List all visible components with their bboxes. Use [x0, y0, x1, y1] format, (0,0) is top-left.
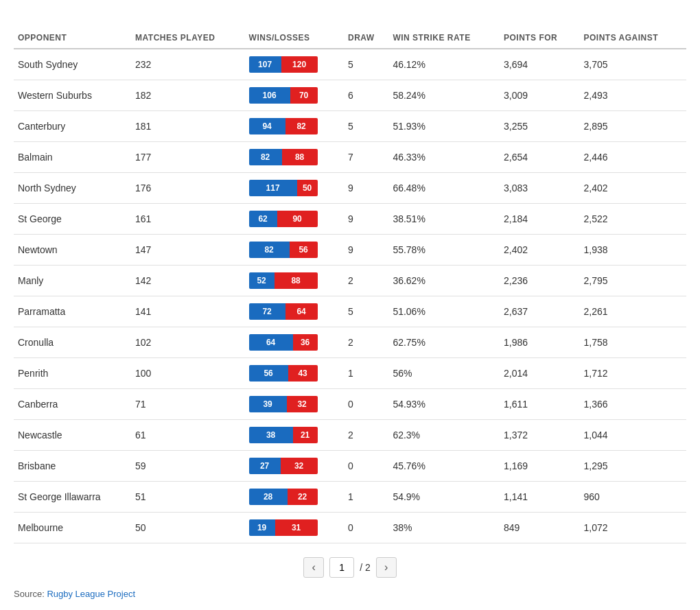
wins-segment: 106 [249, 87, 290, 104]
wins-losses-bar: 72 64 [249, 303, 318, 320]
cell-win-strike-rate: 38% [388, 513, 500, 543]
cell-points-for: 3,694 [500, 49, 580, 80]
cell-points-for: 2,402 [500, 235, 580, 266]
cell-wins-losses: 82 88 [245, 142, 344, 173]
wins-segment: 82 [249, 242, 290, 258]
source-attribution: Source: Rugby League Project [14, 589, 686, 599]
table-row: St George Illawarra 51 28 22 1 54.9% 1,1… [14, 482, 686, 513]
cell-opponent: Canterbury [14, 111, 131, 142]
losses-segment: 32 [281, 458, 318, 474]
cell-win-strike-rate: 56% [388, 358, 500, 389]
cell-matches-played: 232 [131, 49, 245, 80]
cell-points-against: 1,366 [579, 389, 686, 420]
wins-losses-bar: 19 31 [249, 519, 318, 536]
cell-points-against: 2,261 [579, 296, 686, 327]
source-link[interactable]: Rugby League Project [47, 589, 135, 599]
table-row: Canterbury 181 94 82 5 51.93% 3,255 2,89… [14, 111, 686, 142]
wins-segment: 94 [249, 118, 285, 134]
cell-points-for: 2,637 [500, 296, 580, 327]
wins-losses-bar: 82 88 [249, 149, 318, 165]
cell-win-strike-rate: 46.33% [388, 142, 500, 173]
head-to-head-table: OPPONENT Matches Played Wins/Losses Draw… [14, 27, 686, 543]
cell-matches-played: 182 [131, 80, 245, 111]
cell-wins-losses: 94 82 [245, 111, 344, 142]
losses-segment: 64 [285, 303, 318, 320]
cell-draw: 0 [344, 389, 388, 420]
cell-points-against: 3,705 [579, 49, 686, 80]
cell-matches-played: 51 [131, 482, 245, 513]
wins-segment: 64 [249, 334, 293, 351]
cell-points-against: 2,895 [579, 111, 686, 142]
cell-win-strike-rate: 58.24% [388, 80, 500, 111]
cell-matches-played: 141 [131, 296, 245, 327]
cell-points-against: 1,712 [579, 358, 686, 389]
losses-segment: 82 [285, 118, 318, 134]
cell-points-against: 2,522 [579, 204, 686, 235]
next-page-button[interactable]: › [376, 557, 397, 578]
cell-opponent: Parramatta [14, 296, 131, 327]
cell-wins-losses: 72 64 [245, 296, 344, 327]
table-row: Canberra 71 39 32 0 54.93% 1,611 1,366 [14, 389, 686, 420]
page-total: / 2 [360, 562, 371, 573]
cell-points-for: 1,372 [500, 420, 580, 451]
current-page-input[interactable] [329, 557, 354, 578]
cell-draw: 9 [344, 204, 388, 235]
cell-opponent: Cronulla [14, 327, 131, 358]
cell-wins-losses: 38 21 [245, 420, 344, 451]
cell-opponent: St George Illawarra [14, 482, 131, 513]
table-row: Manly 142 52 88 2 36.62% 2,236 2,795 [14, 266, 686, 296]
cell-win-strike-rate: 46.12% [388, 49, 500, 80]
cell-wins-losses: 39 32 [245, 389, 344, 420]
cell-points-against: 2,493 [579, 80, 686, 111]
cell-points-for: 2,184 [500, 204, 580, 235]
cell-draw: 5 [344, 111, 388, 142]
col-points-for: Points For [500, 27, 580, 49]
cell-matches-played: 147 [131, 235, 245, 266]
cell-points-for: 2,236 [500, 266, 580, 296]
cell-points-against: 2,446 [579, 142, 686, 173]
cell-points-for: 849 [500, 513, 580, 543]
prev-page-button[interactable]: ‹ [303, 557, 324, 578]
cell-matches-played: 61 [131, 420, 245, 451]
cell-opponent: Manly [14, 266, 131, 296]
wins-segment: 52 [249, 272, 275, 289]
wins-segment: 28 [249, 489, 288, 505]
cell-wins-losses: 56 43 [245, 358, 344, 389]
wins-losses-bar: 28 22 [249, 489, 318, 505]
pagination: ‹ / 2 › [14, 557, 686, 578]
losses-segment: 88 [282, 149, 318, 165]
wins-losses-bar: 94 82 [249, 118, 318, 134]
cell-matches-played: 177 [131, 142, 245, 173]
table-row: North Sydney 176 117 50 9 66.48% 3,083 2… [14, 173, 686, 204]
wins-losses-bar: 62 90 [249, 211, 318, 227]
cell-points-against: 1,072 [579, 513, 686, 543]
wins-segment: 62 [249, 211, 277, 227]
cell-draw: 6 [344, 80, 388, 111]
cell-points-against: 1,044 [579, 420, 686, 451]
cell-draw: 0 [344, 451, 388, 482]
cell-wins-losses: 64 36 [245, 327, 344, 358]
cell-draw: 7 [344, 142, 388, 173]
cell-wins-losses: 107 120 [245, 49, 344, 80]
losses-segment: 31 [275, 519, 318, 536]
wins-losses-bar: 82 56 [249, 242, 318, 258]
wins-losses-bar: 56 43 [249, 365, 318, 382]
losses-segment: 21 [293, 427, 318, 443]
cell-draw: 0 [344, 513, 388, 543]
cell-win-strike-rate: 66.48% [388, 173, 500, 204]
cell-points-for: 2,654 [500, 142, 580, 173]
cell-wins-losses: 27 32 [245, 451, 344, 482]
table-header-row: OPPONENT Matches Played Wins/Losses Draw… [14, 27, 686, 49]
cell-opponent: Penrith [14, 358, 131, 389]
table-row: Parramatta 141 72 64 5 51.06% 2,637 2,26… [14, 296, 686, 327]
table-row: Cronulla 102 64 36 2 62.75% 1,986 1,758 [14, 327, 686, 358]
cell-points-for: 1,169 [500, 451, 580, 482]
wins-segment: 38 [249, 427, 293, 443]
cell-draw: 9 [344, 235, 388, 266]
cell-draw: 1 [344, 358, 388, 389]
cell-points-for: 1,611 [500, 389, 580, 420]
cell-win-strike-rate: 51.93% [388, 111, 500, 142]
table-row: Brisbane 59 27 32 0 45.76% 1,169 1,295 [14, 451, 686, 482]
table-row: St George 161 62 90 9 38.51% 2,184 2,522 [14, 204, 686, 235]
col-opponent: OPPONENT [14, 27, 131, 49]
